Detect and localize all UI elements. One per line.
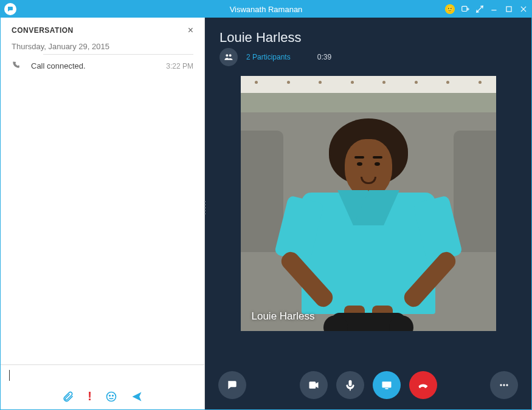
app-icon bbox=[4, 3, 16, 15]
minimize-button[interactable] bbox=[490, 5, 499, 13]
message-text: Call connected. bbox=[31, 61, 166, 70]
hangup-button[interactable] bbox=[409, 371, 437, 399]
remote-video[interactable]: Louie Harless bbox=[241, 76, 496, 331]
phone-icon bbox=[12, 61, 22, 71]
emoji-button-compose[interactable] bbox=[105, 389, 117, 403]
message-time: 3:22 PM bbox=[166, 62, 193, 70]
emoji-button[interactable]: 🙂 bbox=[445, 4, 455, 14]
svg-rect-7 bbox=[385, 388, 388, 389]
call-controls bbox=[205, 361, 531, 409]
attach-button[interactable] bbox=[62, 389, 74, 403]
video-toggle-button[interactable] bbox=[300, 371, 328, 399]
conversation-close-button[interactable]: × bbox=[188, 25, 193, 36]
message-input[interactable] bbox=[1, 365, 204, 386]
svg-rect-2 bbox=[506, 7, 511, 12]
chat-toggle-button[interactable] bbox=[218, 371, 246, 399]
svg-point-8 bbox=[500, 384, 502, 386]
video-content bbox=[241, 76, 496, 331]
compose-toolbar: ! bbox=[1, 386, 204, 409]
conversation-header: CONVERSATION bbox=[12, 26, 74, 35]
add-contact-button[interactable] bbox=[461, 5, 469, 13]
participants-label[interactable]: 2 Participants bbox=[246, 53, 291, 61]
send-button[interactable] bbox=[131, 389, 143, 403]
svg-rect-1 bbox=[491, 10, 496, 10]
present-screen-button[interactable] bbox=[373, 371, 401, 399]
participants-button[interactable] bbox=[219, 48, 238, 66]
call-panel: Louie Harless 2 Participants 0:39 bbox=[205, 18, 531, 409]
video-stage: Louie Harless bbox=[205, 70, 531, 361]
app-window: Viswanath Ramanan 🙂 CONVERSATION bbox=[0, 0, 532, 410]
popout-button[interactable] bbox=[475, 5, 484, 13]
svg-point-9 bbox=[503, 384, 505, 386]
call-header: Louie Harless 2 Participants 0:39 bbox=[205, 18, 531, 70]
svg-point-4 bbox=[109, 395, 110, 396]
conversation-date: Thursday, January 29, 2015 bbox=[1, 41, 204, 55]
close-window-button[interactable] bbox=[519, 5, 528, 13]
more-options-button[interactable] bbox=[490, 371, 518, 399]
mic-toggle-button[interactable] bbox=[336, 371, 364, 399]
svg-point-5 bbox=[112, 395, 113, 396]
maximize-button[interactable] bbox=[505, 5, 513, 13]
video-overlay-name: Louie Harless bbox=[252, 310, 315, 323]
svg-point-10 bbox=[506, 384, 508, 386]
pane-resize-handle[interactable] bbox=[204, 201, 206, 214]
titlebar: Viswanath Ramanan 🙂 bbox=[1, 1, 531, 18]
message-row: Call connected. 3:22 PM bbox=[1, 55, 204, 77]
svg-point-3 bbox=[106, 392, 116, 401]
compose-area: ! bbox=[1, 364, 204, 409]
svg-rect-6 bbox=[382, 381, 391, 388]
priority-button[interactable]: ! bbox=[88, 389, 92, 403]
svg-rect-0 bbox=[462, 6, 467, 11]
conversation-panel: CONVERSATION × Thursday, January 29, 201… bbox=[1, 18, 205, 409]
call-contact-name: Louie Harless bbox=[219, 30, 517, 46]
call-duration: 0:39 bbox=[317, 53, 331, 61]
body: CONVERSATION × Thursday, January 29, 201… bbox=[1, 18, 531, 409]
